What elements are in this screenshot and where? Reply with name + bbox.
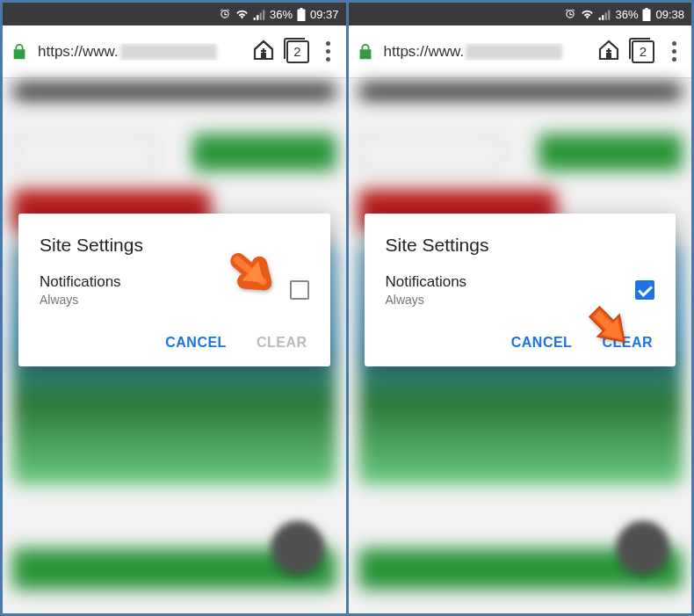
url-prefix: https://www. <box>384 43 465 61</box>
phone-right: 36% 09:38 https://www. 2 <box>349 3 692 613</box>
status-bar: 36% 09:38 <box>349 3 692 25</box>
notifications-row[interactable]: Notifications Always <box>40 273 309 307</box>
home-icon[interactable] <box>596 38 621 66</box>
url-field[interactable]: https://www. <box>384 43 587 61</box>
status-bar: 36% 09:37 <box>3 3 346 25</box>
screenshots-container: 36% 09:37 https://www. 2 <box>0 0 694 616</box>
battery-text: 36% <box>270 8 293 21</box>
wifi-icon <box>235 9 249 20</box>
url-field[interactable]: https://www. <box>38 43 241 61</box>
lock-icon <box>358 43 373 61</box>
lock-icon <box>11 43 27 61</box>
cancel-button[interactable]: CANCEL <box>163 330 228 356</box>
clear-button[interactable]: CLEAR <box>255 330 309 356</box>
clock-text: 09:37 <box>310 8 339 21</box>
cancel-button[interactable]: CANCEL <box>510 330 575 356</box>
notifications-label: Notifications <box>40 273 290 291</box>
home-icon[interactable] <box>251 38 276 66</box>
battery-icon <box>642 8 651 21</box>
notifications-row[interactable]: Notifications Always <box>386 273 655 307</box>
alarm-icon <box>219 8 231 20</box>
tab-count: 2 <box>286 40 309 63</box>
dialog-actions: CANCEL CLEAR <box>40 330 309 356</box>
clear-button[interactable]: CLEAR <box>600 330 654 356</box>
notifications-checkbox[interactable] <box>635 280 654 300</box>
dialog-actions: CANCEL CLEAR <box>386 330 655 356</box>
notifications-sublabel: Always <box>386 293 636 307</box>
notifications-label: Notifications <box>386 273 636 291</box>
dialog-title: Site Settings <box>40 235 309 256</box>
clock-text: 09:38 <box>655 8 684 21</box>
site-settings-dialog: Site Settings Notifications Always CANCE… <box>365 214 676 366</box>
phone-left: 36% 09:37 https://www. 2 <box>3 3 346 613</box>
signal-icon <box>253 9 265 20</box>
battery-icon <box>297 8 306 21</box>
url-prefix: https://www. <box>38 43 119 61</box>
signal-icon <box>598 9 611 20</box>
dialog-title: Site Settings <box>386 235 655 256</box>
tabs-icon[interactable]: 2 <box>286 40 309 63</box>
menu-icon[interactable] <box>665 41 683 62</box>
menu-icon[interactable] <box>320 41 337 62</box>
url-redacted <box>120 44 217 60</box>
notifications-sublabel: Always <box>40 293 290 307</box>
url-redacted <box>466 44 562 60</box>
tab-count: 2 <box>632 40 654 63</box>
alarm-icon <box>564 8 576 20</box>
tabs-icon[interactable]: 2 <box>632 40 654 63</box>
wifi-icon <box>581 9 594 20</box>
site-settings-dialog: Site Settings Notifications Always CANCE… <box>18 214 330 366</box>
notifications-checkbox[interactable] <box>290 280 309 300</box>
battery-text: 36% <box>615 8 638 21</box>
